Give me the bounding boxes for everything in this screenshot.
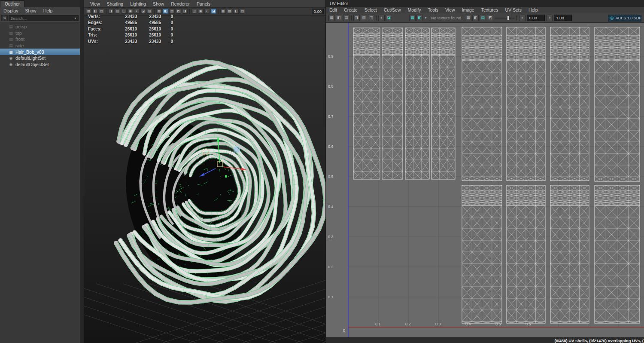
exposure-field[interactable]: 0.00 <box>527 15 545 21</box>
outliner-tree: ▤persp▤top▤front▤side▦Hair_Bob_v03◉defau… <box>0 22 80 67</box>
viewport-panel: ViewShadingLightingShowRendererPanels ▦◧… <box>84 0 325 343</box>
screen-space-ao-icon[interactable]: ◐ <box>204 9 210 14</box>
uv-menu-textures[interactable]: Textures <box>478 7 502 12</box>
use-default-material-icon[interactable]: ◨ <box>182 9 188 14</box>
hud-selected: 26610 <box>137 33 161 37</box>
exposure-icon[interactable]: ◐ <box>519 15 526 21</box>
pixel-snap-icon[interactable]: ▥ <box>361 15 367 21</box>
textured-icon[interactable]: ◩ <box>176 9 181 14</box>
shadows-icon[interactable]: ▣ <box>198 9 204 14</box>
outliner-item-Hair_Bob_v03[interactable]: ▦Hair_Bob_v03 <box>0 49 80 55</box>
hud-other: 0 <box>161 33 173 37</box>
uv-distortion-icon[interactable]: ▦ <box>328 15 335 21</box>
outliner-menu-show[interactable]: Show <box>21 8 39 13</box>
resolution-gate-icon[interactable]: ◫ <box>121 9 127 14</box>
camera-icon: ▤ <box>9 43 13 48</box>
wireframe-icon[interactable]: ▦ <box>156 9 162 14</box>
safe-title-icon[interactable]: ▨ <box>147 9 152 14</box>
shaded-icon[interactable]: ◧ <box>163 9 168 14</box>
search-input[interactable]: Search... ▼ <box>9 15 79 21</box>
viewport-menu-view[interactable]: View <box>87 1 103 6</box>
view-transform-select[interactable]: ◎ ACES 1.0 SDR-v <box>608 15 641 21</box>
slider-handle[interactable] <box>507 16 509 20</box>
lock-camera-icon[interactable]: ◧ <box>92 9 98 14</box>
v-tick-label: 0.6 <box>328 144 334 149</box>
outliner-menubar: DisplayShowHelp <box>0 7 80 14</box>
outliner-item-defaultLightSet[interactable]: ◉defaultLightSet <box>0 55 80 61</box>
flip-uv-icon[interactable]: ◩ <box>487 15 493 21</box>
texture-dropdown-icon[interactable]: ▼ <box>424 16 427 19</box>
viewport-canvas[interactable] <box>84 15 325 343</box>
outliner-tab[interactable]: Outliner <box>0 0 24 7</box>
outliner-item-top[interactable]: ▤top <box>0 30 80 37</box>
hud-other: 0 <box>161 27 173 31</box>
uv-menu-modify[interactable]: Modify <box>404 7 424 12</box>
outliner-item-defaultObjectSet[interactable]: ◉defaultObjectSet <box>0 61 80 68</box>
uv-editor-title: UV Editor <box>330 1 348 6</box>
uv-canvas[interactable]: 00.10.20.30.40.50.60.70.80.90.10.20.30.4… <box>326 23 644 337</box>
uv-menu-image[interactable]: Image <box>459 7 478 12</box>
stack-shells-icon[interactable]: ◧ <box>472 15 479 21</box>
grid-display-icon[interactable]: ◨ <box>108 9 114 14</box>
viewport-menu-show[interactable]: Show <box>149 1 167 6</box>
view-transform-icon: ◎ <box>610 15 614 20</box>
isolate-select-icon[interactable]: ▩ <box>220 9 226 14</box>
lighting-all-icon[interactable]: ◫ <box>191 9 197 14</box>
uv-status-bar: (0/458) UV shells, (0/21470) overlapping… <box>326 337 644 343</box>
u-tick-label: 0.2 <box>405 322 411 326</box>
uv-menu-cut-sew[interactable]: Cut/Sew <box>380 7 404 12</box>
gamma-toggle-icon[interactable]: ▤ <box>240 9 245 14</box>
select-camera-icon[interactable]: ▦ <box>86 9 91 14</box>
outliner-item-label: Hair_Bob_v03 <box>15 49 44 55</box>
uv-menu-view[interactable]: View <box>442 7 459 12</box>
filter-icon[interactable]: ⇅ <box>1 15 8 21</box>
safe-action-icon[interactable]: ◪ <box>140 9 146 14</box>
toolbar-separator <box>516 15 517 20</box>
viewport-menu-renderer[interactable]: Renderer <box>167 1 193 6</box>
gamma-field[interactable]: 1.00 <box>554 15 572 21</box>
gate-mask-icon[interactable]: ▣ <box>128 9 133 14</box>
outliner-item-persp[interactable]: ▤persp <box>0 24 80 30</box>
hud-label: Verts: <box>88 14 110 19</box>
camera-icon: ▤ <box>9 37 13 41</box>
uv-menu-create[interactable]: Create <box>340 7 361 12</box>
uv-menu-help[interactable]: Help <box>525 7 541 12</box>
exposure-toggle-icon[interactable]: ◧ <box>233 9 239 14</box>
u-tick-label: 0.3 <box>435 322 441 326</box>
field-chart-icon[interactable]: ◐ <box>134 9 140 14</box>
viewport-menu-shading[interactable]: Shading <box>103 1 127 6</box>
dim-image-icon[interactable]: ▤ <box>343 15 349 21</box>
wireframe-on-shaded-icon[interactable]: ▤ <box>169 9 175 14</box>
slider-track <box>495 18 514 18</box>
checker-map-icon[interactable]: ◧ <box>416 15 423 21</box>
shade-uvs-icon[interactable]: ◫ <box>368 15 374 21</box>
viewport-value-field[interactable]: 0.00 <box>312 9 324 14</box>
texture-borders-icon[interactable]: ◧ <box>336 15 342 21</box>
gamma-icon[interactable]: ◑ <box>546 15 553 21</box>
uv-menu-edit[interactable]: Edit <box>326 7 340 12</box>
anti-aliasing-icon[interactable]: ◪ <box>211 9 216 14</box>
set-icon: ◉ <box>9 62 13 67</box>
uv-menu-uv-sets[interactable]: UV Sets <box>501 7 525 12</box>
xray-icon[interactable]: ▦ <box>227 9 232 14</box>
uv-menu-select[interactable]: Select <box>361 7 380 12</box>
film-gate-icon[interactable]: ▥ <box>115 9 120 14</box>
uv-menu-tools[interactable]: Tools <box>424 7 442 12</box>
search-dropdown-icon[interactable]: ▼ <box>74 17 77 20</box>
display-image-icon[interactable]: ▦ <box>409 15 416 21</box>
outliner-menu-display[interactable]: Display <box>0 8 21 13</box>
viewport-menu-panels[interactable]: Panels <box>193 1 214 6</box>
uv-editor-titlebar[interactable]: UV Editor <box>326 0 644 7</box>
uv-snapshot-icon[interactable]: ▦ <box>465 15 471 21</box>
outliner-item-front[interactable]: ▤front <box>0 36 80 43</box>
grid-icon[interactable]: ◨ <box>353 15 360 21</box>
outliner-menu-help[interactable]: Help <box>40 8 56 13</box>
viewport-menu-lighting[interactable]: Lighting <box>127 1 149 6</box>
camera-snapshot-icon[interactable]: ◪ <box>386 15 392 21</box>
rotate-uv-icon[interactable]: ▤ <box>480 15 486 21</box>
isolate-select-uv-icon[interactable]: ◐ <box>378 15 385 21</box>
camera-attributes-icon[interactable]: ▤ <box>99 9 104 14</box>
outliner-item-side[interactable]: ▤side <box>0 43 80 49</box>
panel-splitter[interactable] <box>80 0 84 343</box>
exposure-slider[interactable] <box>495 15 514 21</box>
